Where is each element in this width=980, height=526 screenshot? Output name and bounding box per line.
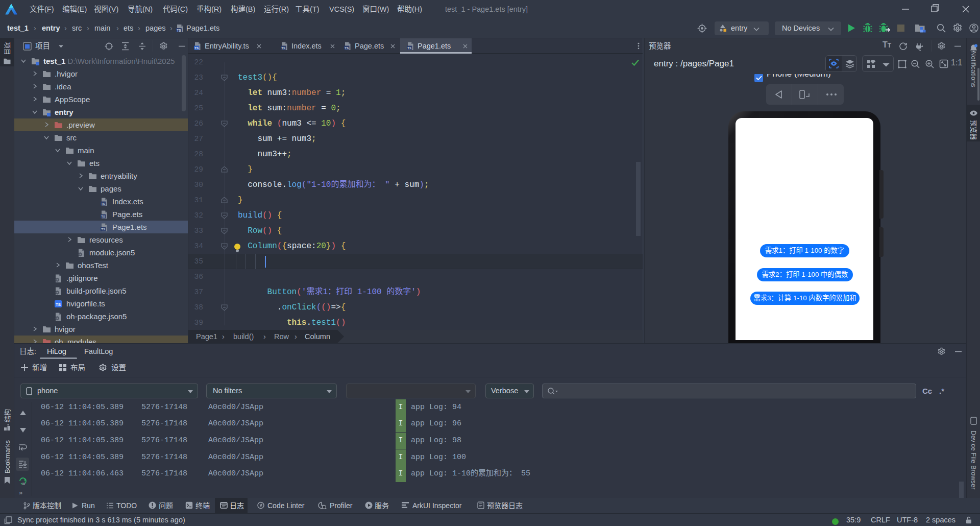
svg-text:TS: TS <box>281 46 285 50</box>
svg-text:TS: TS <box>101 215 105 218</box>
svg-text:TS: TS <box>101 202 105 205</box>
svg-text:TS: TS <box>101 228 105 231</box>
svg-text:TS: TS <box>345 46 349 50</box>
svg-text:TS: TS <box>56 302 61 307</box>
svg-text:TS: TS <box>194 46 199 50</box>
svg-text:TS: TS <box>177 29 181 32</box>
svg-text:TS: TS <box>407 46 411 50</box>
